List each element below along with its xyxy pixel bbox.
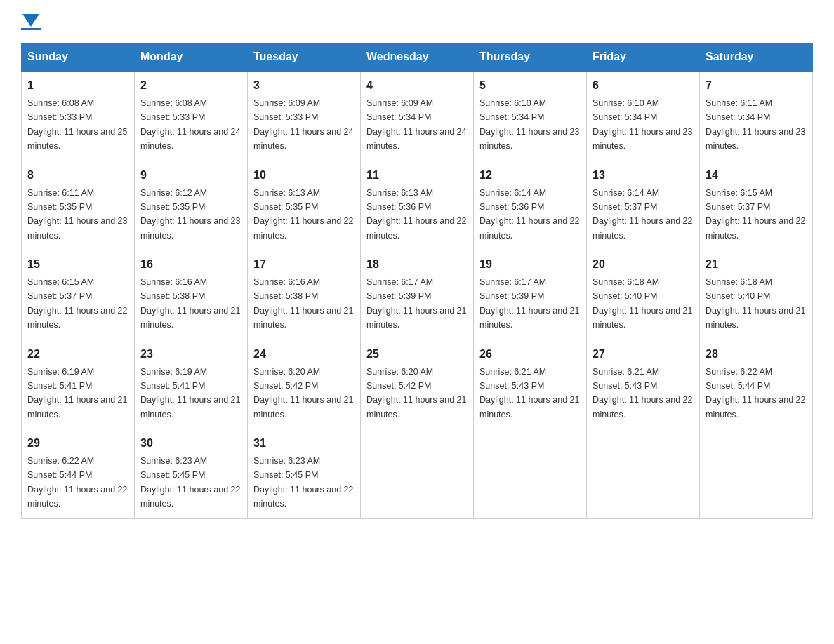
- day-number: 26: [479, 346, 581, 363]
- day-number: 20: [593, 256, 694, 273]
- day-info: Sunrise: 6:20 AMSunset: 5:42 PMDaylight:…: [253, 367, 353, 420]
- calendar-cell: [361, 429, 474, 519]
- day-number: 31: [253, 435, 355, 452]
- day-info: Sunrise: 6:11 AMSunset: 5:34 PMDaylight:…: [706, 98, 805, 151]
- calendar-cell: 2 Sunrise: 6:08 AMSunset: 5:33 PMDayligh…: [135, 71, 248, 161]
- col-header-tuesday: Tuesday: [248, 43, 361, 72]
- calendar-week-row: 8 Sunrise: 6:11 AMSunset: 5:35 PMDayligh…: [22, 161, 813, 250]
- day-info: Sunrise: 6:21 AMSunset: 5:43 PMDaylight:…: [593, 367, 692, 420]
- day-number: 29: [27, 435, 128, 452]
- calendar-cell: 20 Sunrise: 6:18 AMSunset: 5:40 PMDaylig…: [587, 250, 700, 340]
- calendar-cell: 16 Sunrise: 6:16 AMSunset: 5:38 PMDaylig…: [135, 250, 248, 340]
- day-number: 4: [366, 77, 468, 94]
- calendar-cell: 15 Sunrise: 6:15 AMSunset: 5:37 PMDaylig…: [22, 250, 135, 340]
- calendar-cell: 31 Sunrise: 6:23 AMSunset: 5:45 PMDaylig…: [248, 429, 361, 519]
- calendar-cell: 22 Sunrise: 6:19 AMSunset: 5:41 PMDaylig…: [22, 340, 135, 429]
- calendar-cell: 13 Sunrise: 6:14 AMSunset: 5:37 PMDaylig…: [587, 161, 700, 250]
- day-number: 11: [366, 167, 468, 184]
- col-header-thursday: Thursday: [474, 43, 587, 72]
- day-info: Sunrise: 6:13 AMSunset: 5:36 PMDaylight:…: [366, 188, 466, 241]
- calendar-cell: 9 Sunrise: 6:12 AMSunset: 5:35 PMDayligh…: [135, 161, 248, 250]
- day-info: Sunrise: 6:10 AMSunset: 5:34 PMDaylight:…: [593, 98, 692, 151]
- calendar-week-row: 22 Sunrise: 6:19 AMSunset: 5:41 PMDaylig…: [22, 340, 813, 429]
- day-info: Sunrise: 6:15 AMSunset: 5:37 PMDaylight:…: [706, 188, 805, 241]
- calendar-cell: 30 Sunrise: 6:23 AMSunset: 5:45 PMDaylig…: [135, 429, 248, 519]
- day-info: Sunrise: 6:16 AMSunset: 5:38 PMDaylight:…: [140, 277, 240, 330]
- day-number: 16: [140, 256, 241, 273]
- day-info: Sunrise: 6:22 AMSunset: 5:44 PMDaylight:…: [27, 456, 127, 509]
- col-header-sunday: Sunday: [22, 43, 135, 72]
- calendar-cell: 6 Sunrise: 6:10 AMSunset: 5:34 PMDayligh…: [587, 71, 700, 161]
- calendar-cell: 3 Sunrise: 6:09 AMSunset: 5:33 PMDayligh…: [248, 71, 361, 161]
- calendar-week-row: 1 Sunrise: 6:08 AMSunset: 5:33 PMDayligh…: [22, 71, 813, 161]
- day-number: 9: [140, 167, 241, 184]
- calendar-cell: 14 Sunrise: 6:15 AMSunset: 5:37 PMDaylig…: [700, 161, 813, 250]
- day-info: Sunrise: 6:09 AMSunset: 5:34 PMDaylight:…: [366, 98, 466, 151]
- day-info: Sunrise: 6:23 AMSunset: 5:45 PMDaylight:…: [253, 456, 353, 509]
- day-number: 24: [253, 346, 355, 363]
- calendar-cell: 28 Sunrise: 6:22 AMSunset: 5:44 PMDaylig…: [700, 340, 813, 429]
- calendar-cell: 4 Sunrise: 6:09 AMSunset: 5:34 PMDayligh…: [361, 71, 474, 161]
- day-number: 25: [366, 346, 468, 363]
- calendar-cell: 21 Sunrise: 6:18 AMSunset: 5:40 PMDaylig…: [700, 250, 813, 340]
- calendar-cell: 8 Sunrise: 6:11 AMSunset: 5:35 PMDayligh…: [22, 161, 135, 250]
- day-info: Sunrise: 6:12 AMSunset: 5:35 PMDaylight:…: [140, 188, 240, 241]
- day-number: 17: [253, 256, 355, 273]
- day-info: Sunrise: 6:19 AMSunset: 5:41 PMDaylight:…: [27, 367, 127, 420]
- calendar-table: SundayMondayTuesdayWednesdayThursdayFrid…: [21, 43, 813, 519]
- calendar-cell: 25 Sunrise: 6:20 AMSunset: 5:42 PMDaylig…: [361, 340, 474, 429]
- day-number: 6: [593, 77, 694, 94]
- day-info: Sunrise: 6:16 AMSunset: 5:38 PMDaylight:…: [253, 277, 353, 330]
- day-info: Sunrise: 6:23 AMSunset: 5:45 PMDaylight:…: [140, 456, 240, 509]
- calendar-cell: 18 Sunrise: 6:17 AMSunset: 5:39 PMDaylig…: [361, 250, 474, 340]
- col-header-friday: Friday: [587, 43, 700, 72]
- day-number: 28: [706, 346, 807, 363]
- calendar-cell: [700, 429, 813, 519]
- calendar-cell: 1 Sunrise: 6:08 AMSunset: 5:33 PMDayligh…: [22, 71, 135, 161]
- day-number: 5: [479, 77, 581, 94]
- calendar-cell: 17 Sunrise: 6:16 AMSunset: 5:38 PMDaylig…: [248, 250, 361, 340]
- day-number: 22: [27, 346, 128, 363]
- day-info: Sunrise: 6:19 AMSunset: 5:41 PMDaylight:…: [140, 367, 240, 420]
- day-number: 1: [27, 77, 128, 94]
- calendar-cell: 19 Sunrise: 6:17 AMSunset: 5:39 PMDaylig…: [474, 250, 587, 340]
- day-info: Sunrise: 6:13 AMSunset: 5:35 PMDaylight:…: [253, 188, 353, 241]
- day-info: Sunrise: 6:10 AMSunset: 5:34 PMDaylight:…: [479, 98, 579, 151]
- day-info: Sunrise: 6:08 AMSunset: 5:33 PMDaylight:…: [140, 98, 240, 151]
- day-number: 12: [479, 167, 581, 184]
- day-number: 30: [140, 435, 241, 452]
- calendar-cell: [474, 429, 587, 519]
- calendar-week-row: 15 Sunrise: 6:15 AMSunset: 5:37 PMDaylig…: [22, 250, 813, 340]
- col-header-saturday: Saturday: [700, 43, 813, 72]
- calendar-cell: 12 Sunrise: 6:14 AMSunset: 5:36 PMDaylig…: [474, 161, 587, 250]
- day-info: Sunrise: 6:14 AMSunset: 5:36 PMDaylight:…: [479, 188, 579, 241]
- logo: [21, 14, 41, 30]
- calendar-cell: 11 Sunrise: 6:13 AMSunset: 5:36 PMDaylig…: [361, 161, 474, 250]
- day-info: Sunrise: 6:11 AMSunset: 5:35 PMDaylight:…: [27, 188, 127, 241]
- day-number: 13: [593, 167, 694, 184]
- day-info: Sunrise: 6:18 AMSunset: 5:40 PMDaylight:…: [593, 277, 692, 330]
- calendar-cell: 5 Sunrise: 6:10 AMSunset: 5:34 PMDayligh…: [474, 71, 587, 161]
- day-number: 8: [27, 167, 128, 184]
- calendar-cell: 26 Sunrise: 6:21 AMSunset: 5:43 PMDaylig…: [474, 340, 587, 429]
- logo-underline: [21, 28, 41, 30]
- day-info: Sunrise: 6:17 AMSunset: 5:39 PMDaylight:…: [479, 277, 579, 330]
- page-header: [21, 14, 813, 30]
- calendar-cell: 24 Sunrise: 6:20 AMSunset: 5:42 PMDaylig…: [248, 340, 361, 429]
- day-info: Sunrise: 6:08 AMSunset: 5:33 PMDaylight:…: [27, 98, 127, 151]
- day-info: Sunrise: 6:20 AMSunset: 5:42 PMDaylight:…: [366, 367, 466, 420]
- day-info: Sunrise: 6:21 AMSunset: 5:43 PMDaylight:…: [479, 367, 579, 420]
- calendar-cell: 29 Sunrise: 6:22 AMSunset: 5:44 PMDaylig…: [22, 429, 135, 519]
- col-header-monday: Monday: [135, 43, 248, 72]
- day-number: 21: [706, 256, 807, 273]
- logo-triangle-icon: [22, 14, 39, 27]
- calendar-cell: 23 Sunrise: 6:19 AMSunset: 5:41 PMDaylig…: [135, 340, 248, 429]
- day-number: 15: [27, 256, 128, 273]
- day-number: 19: [479, 256, 581, 273]
- day-info: Sunrise: 6:17 AMSunset: 5:39 PMDaylight:…: [366, 277, 466, 330]
- col-header-wednesday: Wednesday: [361, 43, 474, 72]
- calendar-cell: 27 Sunrise: 6:21 AMSunset: 5:43 PMDaylig…: [587, 340, 700, 429]
- day-number: 18: [366, 256, 468, 273]
- calendar-header-row: SundayMondayTuesdayWednesdayThursdayFrid…: [22, 43, 813, 72]
- day-info: Sunrise: 6:14 AMSunset: 5:37 PMDaylight:…: [593, 188, 692, 241]
